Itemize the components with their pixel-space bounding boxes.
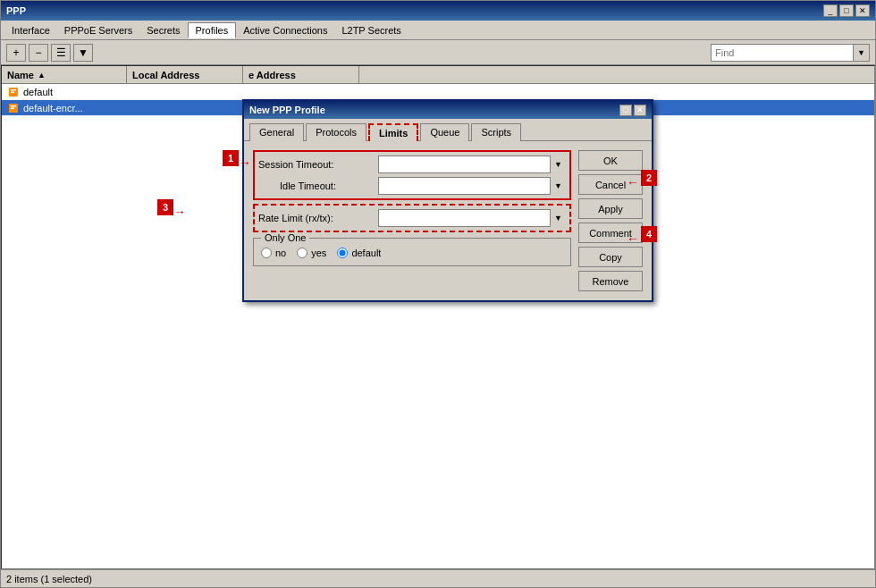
modal-title-bar: New PPP Profile □ ✕	[244, 101, 652, 119]
modal-restore-button[interactable]: □	[619, 105, 632, 116]
annotation-arrow-4: →	[627, 231, 639, 246]
minimize-button[interactable]: _	[823, 4, 838, 17]
remove-button[interactable]: Remove	[578, 271, 643, 291]
status-bar: 2 items (1 selected)	[1, 569, 875, 587]
idle-timeout-row: Idle Timeout: ▼	[258, 177, 566, 195]
filter-button[interactable]: ▼	[73, 44, 93, 62]
sort-icon: ▲	[38, 71, 46, 80]
tab-protocols[interactable]: Protocols	[306, 123, 366, 141]
only-one-options: no yes default	[261, 248, 563, 258]
modal-content: Session Timeout: ▼ Idle Timeout:	[244, 141, 652, 300]
menu-profiles[interactable]: Profiles	[188, 22, 237, 38]
col-name: Name ▲	[2, 66, 127, 83]
tab-queue[interactable]: Queue	[420, 123, 469, 141]
menu-l2tp-secrets[interactable]: L2TP Secrets	[334, 23, 408, 38]
session-timeout-select[interactable]	[378, 155, 566, 173]
menu-pppoe-servers[interactable]: PPPoE Servers	[57, 23, 139, 38]
profile-icon	[7, 86, 20, 98]
radio-no-input[interactable]	[261, 248, 272, 258]
radio-default: default	[337, 248, 381, 258]
close-button[interactable]: ✕	[855, 4, 870, 17]
maximize-button[interactable]: □	[839, 4, 854, 17]
session-timeout-wrapper: ▼	[378, 155, 566, 173]
filter-icon: ▼	[78, 46, 88, 59]
annotation-badge-1: 1	[223, 150, 239, 166]
svg-rect-2	[11, 91, 14, 93]
tab-general[interactable]: General	[249, 123, 304, 141]
modal-title-controls: □ ✕	[619, 105, 646, 116]
annotation-arrow-1: →	[239, 155, 251, 170]
col-local-label: Local Address	[132, 70, 199, 80]
col-remote-label: e Address	[248, 70, 296, 80]
svg-rect-4	[11, 105, 16, 107]
rate-limit-label: Rate Limit (rx/tx):	[258, 213, 375, 223]
profile-icon	[7, 102, 20, 114]
settings-icon: ☰	[56, 46, 66, 59]
svg-rect-1	[11, 89, 16, 91]
col-local-address: Local Address	[127, 66, 243, 83]
radio-yes-label: yes	[311, 248, 326, 258]
only-one-group: Only One no yes	[253, 238, 571, 266]
copy-button[interactable]: Copy	[578, 247, 643, 267]
table-header: Name ▲ Local Address e Address	[2, 66, 874, 84]
col-name-label: Name	[7, 70, 34, 80]
idle-timeout-label: Idle Timeout:	[258, 181, 375, 191]
timeout-section: Session Timeout: ▼ Idle Timeout:	[253, 150, 571, 200]
radio-yes-input[interactable]	[297, 248, 307, 258]
radio-default-label: default	[351, 248, 381, 258]
app-title: PPP	[6, 5, 26, 16]
modal-form: Session Timeout: ▼ Idle Timeout:	[253, 150, 571, 291]
rate-limit-wrapper: ▼	[378, 209, 566, 227]
radio-default-input[interactable]	[337, 248, 348, 258]
cell-name: default	[2, 85, 127, 99]
search-arrow-button[interactable]: ▼	[854, 44, 870, 62]
ok-button[interactable]: OK	[578, 150, 643, 171]
radio-no-label: no	[275, 248, 286, 258]
toolbar: + − ☰ ▼ ▼	[1, 40, 875, 65]
cell-remote	[243, 91, 359, 93]
apply-button[interactable]: Apply	[578, 198, 643, 219]
col-remote-address: e Address	[243, 66, 359, 83]
modal-dialog: New PPP Profile □ ✕ General Protocols Li…	[242, 99, 653, 302]
modal-buttons: OK Cancel Apply Comment Copy Remove	[578, 150, 643, 291]
annotation-badge-2: 2	[641, 170, 657, 186]
title-bar-controls: _ □ ✕	[823, 4, 870, 17]
menu-interface[interactable]: Interface	[4, 23, 57, 38]
search-bar: ▼	[711, 44, 870, 62]
cell-local	[127, 107, 243, 109]
menu-bar: Interface PPPoE Servers Secrets Profiles…	[1, 21, 875, 40]
session-timeout-row: Session Timeout: ▼	[258, 155, 566, 173]
radio-yes: yes	[297, 248, 326, 258]
menu-secrets[interactable]: Secrets	[139, 23, 187, 38]
tab-bar: General Protocols Limits Queue Scripts	[244, 119, 652, 141]
rate-limit-select[interactable]	[378, 209, 566, 227]
row-name: default-encr...	[23, 103, 83, 113]
settings-button[interactable]: ☰	[51, 44, 71, 62]
rate-limit-section: Rate Limit (rx/tx): ▼	[253, 204, 571, 232]
search-input[interactable]	[711, 44, 854, 62]
menu-active-connections[interactable]: Active Connections	[236, 23, 334, 38]
idle-timeout-select[interactable]	[378, 177, 566, 195]
annotation-badge-3: 3	[157, 199, 173, 215]
session-timeout-label: Session Timeout:	[258, 159, 375, 170]
cell-name: default-encr...	[2, 101, 127, 115]
table-row[interactable]: default	[2, 84, 874, 100]
add-button[interactable]: +	[6, 44, 26, 62]
idle-timeout-wrapper: ▼	[378, 177, 566, 195]
modal-close-button[interactable]: ✕	[634, 105, 646, 116]
remove-button[interactable]: −	[29, 44, 48, 62]
radio-no: no	[261, 248, 286, 258]
annotation-badge-4: 4	[641, 226, 657, 242]
annotation-arrow-3: →	[173, 205, 186, 219]
status-text: 2 items (1 selected)	[6, 574, 92, 584]
svg-rect-5	[11, 107, 14, 109]
cell-local	[127, 91, 243, 93]
only-one-legend: Only One	[261, 232, 309, 243]
title-bar: PPP _ □ ✕	[1, 1, 875, 21]
tab-scripts[interactable]: Scripts	[471, 123, 521, 141]
row-name: default	[23, 87, 53, 97]
annotation-arrow-2: →	[627, 175, 639, 189]
tab-limits[interactable]: Limits	[368, 123, 418, 141]
modal-title: New PPP Profile	[249, 105, 325, 115]
main-window: PPP _ □ ✕ Interface PPPoE Servers Secret…	[0, 0, 876, 588]
